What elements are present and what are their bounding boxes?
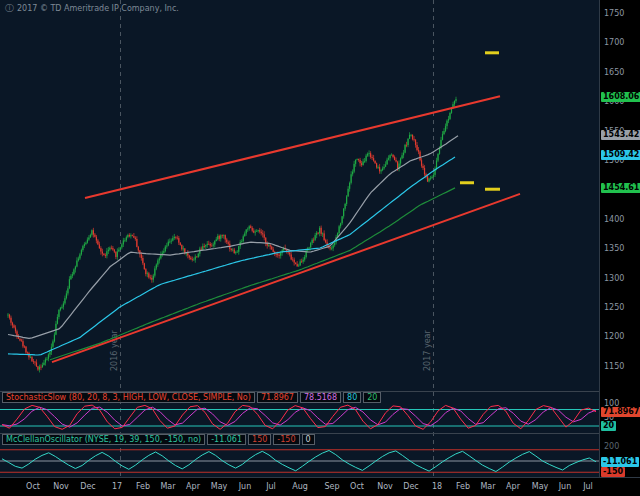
candle-body bbox=[147, 273, 148, 274]
candle-body bbox=[181, 245, 182, 249]
candle-body bbox=[430, 178, 431, 179]
candle-body bbox=[303, 260, 304, 262]
time-axis-label: 18 bbox=[432, 482, 442, 491]
candle-body bbox=[410, 135, 411, 136]
candle-body bbox=[142, 258, 143, 263]
candle-body bbox=[237, 252, 238, 253]
candle-body bbox=[117, 251, 118, 256]
candle-body bbox=[363, 162, 364, 166]
candle-body bbox=[333, 245, 334, 248]
mcclellan-title[interactable]: McClellanOscillator (NYSE, 19, 39, 150, … bbox=[2, 434, 205, 445]
candle-body bbox=[379, 167, 380, 171]
stochastic-title[interactable]: StochasticSlow (80, 20, 8, 3, HIGH, LOW,… bbox=[2, 392, 255, 403]
candle-body bbox=[111, 248, 112, 249]
candle-body bbox=[87, 240, 88, 243]
candle-body bbox=[22, 341, 23, 346]
candle-body bbox=[70, 276, 71, 279]
candle-body bbox=[75, 267, 76, 270]
candle-body bbox=[222, 235, 223, 236]
chart-canvas[interactable]: 2016 year2017 year bbox=[0, 0, 640, 496]
candle-body bbox=[455, 99, 456, 101]
candle-body bbox=[157, 260, 158, 264]
candle-body bbox=[361, 163, 362, 165]
candle-body bbox=[412, 135, 413, 139]
candle-body bbox=[141, 254, 142, 258]
candle-body bbox=[445, 126, 446, 131]
channel-upper-line[interactable] bbox=[85, 96, 500, 198]
candle-body bbox=[118, 250, 119, 252]
candle-body bbox=[334, 242, 335, 245]
time-axis-label: Sep bbox=[324, 482, 339, 491]
candle-body bbox=[168, 242, 169, 246]
candle-body bbox=[413, 139, 414, 140]
candle-body bbox=[16, 331, 17, 336]
channel-lower-line[interactable] bbox=[52, 194, 520, 362]
candle-body bbox=[60, 308, 61, 310]
candle-body bbox=[163, 251, 164, 253]
candle-body bbox=[219, 236, 220, 239]
candle-body bbox=[105, 255, 106, 256]
candle-body bbox=[144, 263, 145, 269]
candle-body bbox=[294, 260, 295, 263]
time-axis-label: Jul bbox=[583, 482, 593, 491]
candle-body bbox=[183, 248, 184, 249]
candle-body bbox=[19, 339, 20, 341]
candle-body bbox=[256, 231, 257, 232]
candle-body bbox=[264, 234, 265, 237]
candle-body bbox=[196, 257, 197, 258]
candle-body bbox=[315, 235, 316, 240]
candle-body bbox=[171, 241, 172, 242]
time-axis[interactable]: OctNovDec17FebMarAprMayJunJulAugSepOctNo… bbox=[0, 477, 640, 496]
price-axis[interactable]: 1750170016501600155015001450140013501300… bbox=[599, 0, 640, 496]
candle-body bbox=[324, 233, 325, 240]
candle-body bbox=[120, 247, 121, 249]
candle-body bbox=[214, 241, 215, 244]
candle-body bbox=[145, 269, 146, 274]
candle-body bbox=[64, 298, 65, 303]
candle-body bbox=[220, 235, 221, 239]
candle-body bbox=[268, 245, 269, 246]
candle-body bbox=[235, 252, 236, 253]
candle-body bbox=[421, 160, 422, 166]
candle-body bbox=[279, 255, 280, 256]
candle-body bbox=[198, 254, 199, 257]
candle-body bbox=[192, 259, 193, 260]
candle-body bbox=[54, 335, 55, 342]
candle-body bbox=[177, 238, 178, 239]
candle-body bbox=[247, 229, 248, 230]
candle-body bbox=[27, 352, 28, 353]
candle-body bbox=[153, 276, 154, 280]
candle-body bbox=[148, 273, 149, 277]
candle-body bbox=[97, 241, 98, 245]
price-axis-badge: 20 bbox=[601, 421, 616, 431]
time-axis-label: Feb bbox=[456, 482, 470, 491]
candle-body bbox=[358, 159, 359, 160]
candle-body bbox=[24, 346, 25, 347]
axis-tick-label: 1700 bbox=[604, 38, 624, 47]
candle-body bbox=[204, 246, 205, 247]
candle-body bbox=[205, 245, 206, 246]
candle-body bbox=[238, 246, 239, 252]
candle-body bbox=[228, 242, 229, 244]
candle-body bbox=[109, 248, 110, 250]
candle-body bbox=[403, 153, 404, 156]
stochastic-d-line bbox=[2, 407, 596, 427]
axis-tick-label: 1750 bbox=[604, 9, 624, 18]
time-axis-label: Jun bbox=[239, 482, 252, 491]
candle-body bbox=[213, 245, 214, 246]
candle-body bbox=[392, 155, 393, 157]
candle-body bbox=[415, 140, 416, 145]
candle-body bbox=[112, 248, 113, 250]
candle-body bbox=[232, 250, 233, 251]
candle-body bbox=[409, 135, 410, 139]
candle-body bbox=[66, 293, 67, 298]
axis-tick-label: 1250 bbox=[604, 303, 624, 312]
candle-body bbox=[352, 172, 353, 175]
candle-body bbox=[389, 155, 390, 158]
candle-body bbox=[52, 341, 53, 346]
candle-body bbox=[40, 367, 41, 368]
candle-body bbox=[241, 241, 242, 242]
candle-body bbox=[72, 274, 73, 276]
candle-body bbox=[81, 250, 82, 254]
stochastic-oversold-level: 20 bbox=[363, 392, 381, 403]
